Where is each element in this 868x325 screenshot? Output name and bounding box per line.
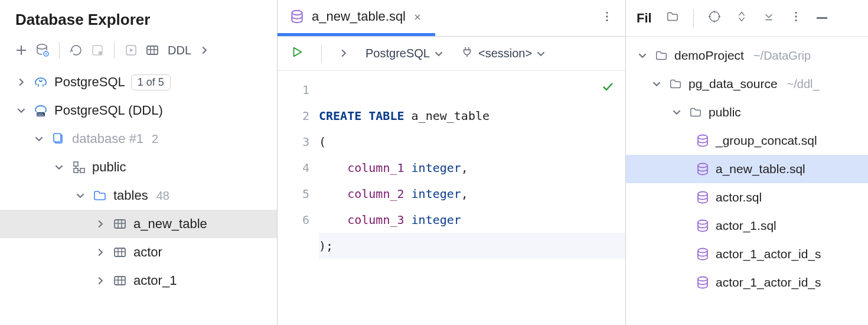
datasource-settings-icon[interactable]	[34, 42, 51, 58]
expand-collapse-icon[interactable]	[735, 10, 748, 26]
run-button[interactable]	[291, 46, 304, 61]
node-path: ~/DataGrip	[753, 49, 811, 63]
tab-name: a_new_table.sql	[312, 9, 406, 24]
ddl-label[interactable]: DDL	[168, 44, 191, 57]
table-icon	[112, 273, 128, 288]
tree-node-postgresql[interactable]: PostgreSQL 1 of 5	[0, 68, 277, 96]
postgres-ddl-icon	[33, 103, 48, 118]
session-selector[interactable]: <session>	[461, 46, 545, 61]
node-label: _group_concat.sql	[716, 134, 817, 148]
node-label: PostgreSQL	[54, 74, 125, 90]
chevron-right-icon[interactable]	[15, 76, 27, 88]
file-node-pg-data-source[interactable]: pg_data_source ~/ddl_	[626, 70, 868, 98]
add-icon[interactable]	[13, 42, 30, 58]
chevron-down-icon[interactable]	[651, 78, 663, 90]
folder-icon	[92, 188, 107, 203]
file-node-demo-project[interactable]: demoProject ~/DataGrip	[626, 41, 868, 70]
folder-icon[interactable]	[666, 10, 679, 26]
editor-toolbar: PostgreSQL <session>	[278, 37, 625, 71]
check-icon	[601, 79, 615, 96]
line-number: 5	[278, 181, 309, 207]
file-node-actor-1[interactable]: actor_1.sql	[626, 212, 868, 240]
table-view-icon[interactable]	[144, 42, 161, 58]
chevron-down-icon[interactable]	[53, 161, 65, 173]
node-label: tables	[113, 188, 148, 203]
explorer-toolbar: DDL	[0, 36, 277, 64]
tree-node-tables[interactable]: tables 48	[0, 181, 277, 210]
type: integer	[412, 187, 461, 201]
tree-node-public[interactable]: public	[0, 153, 277, 181]
node-label: actor_1.sql	[716, 219, 776, 233]
editor-panel: a_new_table.sql PostgreSQL <session> 1 2…	[278, 0, 626, 325]
file-node-actor[interactable]: actor.sql	[626, 183, 868, 212]
punct: );	[319, 239, 333, 253]
type: integer	[412, 213, 461, 227]
kebab-icon[interactable]	[789, 10, 802, 26]
line-number: 3	[278, 129, 309, 155]
separator	[114, 42, 115, 58]
line-number: 2	[278, 103, 309, 129]
kebab-icon[interactable]	[601, 10, 614, 26]
count-badge: 1 of 5	[131, 74, 171, 90]
file-node-actor-1-id-a[interactable]: actor_1_actor_id_s	[626, 240, 868, 268]
line-gutter: 1 2 3 4 5 6	[278, 71, 319, 325]
stop-icon[interactable]	[89, 42, 106, 58]
target-icon[interactable]	[708, 10, 721, 26]
folder-icon	[654, 48, 668, 63]
tree-node-actor[interactable]: actor	[0, 238, 277, 266]
schema-icon	[71, 160, 86, 175]
column: column_1	[347, 161, 404, 175]
node-label: actor_1_actor_id_s	[716, 247, 821, 261]
database-explorer-panel: Database Explorer DDL PostgreSQL 1 of 5 …	[0, 0, 278, 325]
file-node-actor-1-id-b[interactable]: actor_1_actor_id_s	[626, 268, 868, 297]
datasource-selector[interactable]: PostgreSQL	[366, 47, 443, 60]
tree-node-postgresql-ddl[interactable]: PostgreSQL (DDL)	[0, 96, 277, 125]
punct: ,	[461, 161, 468, 175]
node-path: ~/ddl_	[787, 77, 820, 91]
code-editor[interactable]: 1 2 3 4 5 6 CREATE TABLE a_new_table ( c…	[278, 71, 625, 325]
file-node-group-concat[interactable]: _group_concat.sql	[626, 126, 868, 155]
tree-node-database-1[interactable]: database #1 2	[0, 125, 277, 153]
node-label: public	[709, 105, 741, 119]
column: column_2	[347, 187, 404, 201]
files-title: Fil	[637, 11, 652, 26]
tree-node-actor-1[interactable]: actor_1	[0, 266, 277, 295]
column: column_3	[347, 213, 404, 227]
datasource-label: PostgreSQL	[366, 47, 430, 60]
separator	[693, 9, 694, 27]
chevron-down-icon[interactable]	[74, 190, 86, 202]
panel-title: Database Explorer	[0, 0, 277, 36]
close-icon[interactable]	[413, 11, 423, 22]
collapse-all-icon[interactable]	[762, 10, 775, 26]
chevron-down-icon[interactable]	[671, 106, 683, 118]
refresh-icon[interactable]	[68, 42, 84, 58]
node-count: 2	[152, 132, 158, 146]
file-node-a-new-table[interactable]: a_new_table.sql	[626, 155, 868, 183]
folder-icon	[668, 77, 683, 91]
postgres-icon	[33, 74, 48, 90]
chevron-right-icon[interactable]	[198, 42, 210, 58]
identifier: a_new_table	[412, 109, 490, 123]
minimize-icon[interactable]	[817, 17, 827, 19]
chevron-down-icon[interactable]	[15, 105, 27, 116]
code-area[interactable]: CREATE TABLE a_new_table ( column_1 inte…	[319, 71, 625, 325]
node-label: database #1	[72, 131, 143, 147]
chevron-right-icon[interactable]	[340, 47, 348, 60]
file-node-public[interactable]: public	[626, 98, 868, 126]
keyword: CREATE TABLE	[319, 109, 404, 123]
editor-tab[interactable]: a_new_table.sql	[278, 0, 435, 36]
node-label: actor_1_actor_id_s	[716, 275, 821, 290]
node-label: actor.sql	[716, 190, 762, 204]
chevron-right-icon[interactable]	[94, 218, 106, 230]
sql-file-icon	[696, 275, 710, 290]
sql-file-icon	[289, 9, 305, 24]
line-number: 4	[278, 155, 309, 181]
tree-node-a-new-table[interactable]: a_new_table	[0, 210, 277, 238]
chevron-down-icon[interactable]	[33, 133, 45, 145]
chevron-right-icon[interactable]	[94, 275, 106, 287]
type: integer	[412, 161, 461, 175]
chevron-right-icon[interactable]	[94, 246, 106, 258]
node-label: actor_1	[133, 273, 177, 288]
play-box-icon[interactable]	[123, 42, 139, 58]
chevron-down-icon[interactable]	[637, 50, 648, 61]
